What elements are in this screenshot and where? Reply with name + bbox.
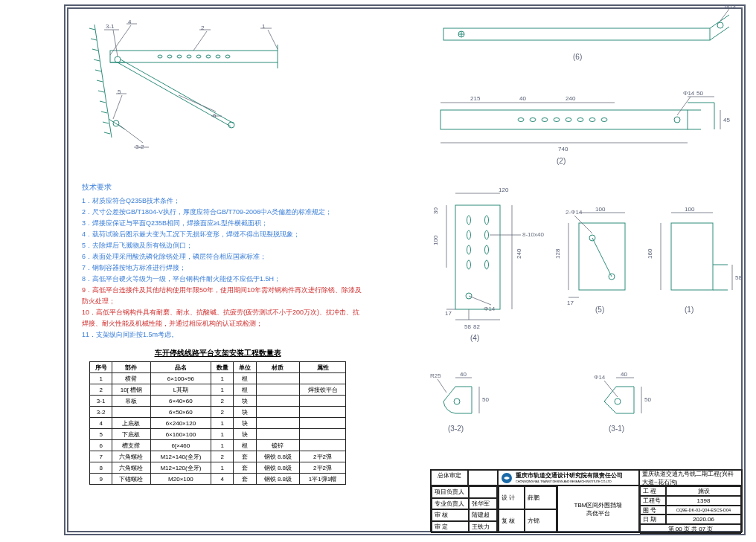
bom-cell <box>256 396 299 407</box>
dwgno-value: CQ9E-DK-02-Q04-ESCS-D04 <box>666 506 741 515</box>
bom-header-cell: 品名 <box>150 362 211 373</box>
bom-cell: 2 <box>211 407 234 418</box>
bom-cell: 套 <box>234 451 256 462</box>
pm-role: 项目负责人 <box>432 486 469 498</box>
drawing-title-1: TBM区间外围挡墙 <box>574 501 623 509</box>
bom-cell: 块 <box>234 418 256 429</box>
bom-cell: 1 <box>211 462 234 474</box>
bom-cell: 下锚螺栓 <box>112 474 150 485</box>
phase-value: 施设 <box>666 486 741 496</box>
note-item: 6．表面处理采用酸洗磷化除锈处理，磷层符合相应国家标准； <box>82 251 365 262</box>
table-row: 4上底板6×240×1201块 <box>90 418 346 429</box>
design-name: 薛鹏 <box>525 486 557 509</box>
bom-cell: 1平1弹1帽 <box>300 474 346 485</box>
table-row: 6槽支撑6[×4601根镀锌 <box>90 440 346 451</box>
bom-cell: 9 <box>90 474 112 485</box>
bom-cell: 槽支撑 <box>112 440 150 451</box>
bom-cell: 3-1 <box>90 396 112 407</box>
project-name: 重庆轨道交通九号线二期工程(兴科大道~花石沟) <box>639 470 742 485</box>
bom-cell: 块 <box>234 407 256 418</box>
phase-label: 工 程 <box>640 486 666 496</box>
bom-cell <box>300 407 346 418</box>
bom-cell: M20×100 <box>150 474 211 485</box>
note-item: 1．材质应符合Q235B技术条件； <box>82 196 365 207</box>
check-name: 方锦 <box>525 509 557 532</box>
pm-name <box>469 486 497 498</box>
table-row: 210[ 槽钢L其期1根焊接铁平台 <box>90 384 346 396</box>
bom-cell: L其期 <box>150 384 211 396</box>
bom-cell: 根 <box>234 384 256 396</box>
bom-cell: 1 <box>211 429 234 440</box>
company-logo-icon <box>501 472 513 484</box>
bom-cell: 6×40×60 <box>150 396 211 407</box>
approver-role-cell: 总体审定 <box>431 470 468 485</box>
bom-cell: 根 <box>234 373 256 384</box>
note-item: 5．去除焊后飞溅物及所有锐边倒口； <box>82 240 365 251</box>
bom-cell <box>112 407 150 418</box>
table-row: 3-26×50×602块 <box>90 407 346 418</box>
bom-cell: 根 <box>234 440 256 451</box>
spec-role: 专业负责人 <box>432 498 469 510</box>
check-role: 复 核 <box>499 509 525 532</box>
approve-name: 王铁力 <box>469 521 497 533</box>
bom-cell <box>256 373 299 384</box>
bom-cell: 3-2 <box>90 407 112 418</box>
table-row: 9下锚螺栓M20×1004套钢铁 8.8级1平1弹1帽 <box>90 474 346 485</box>
company-name-en: CHONGQING RAIL TRANSIT DESIGN AND RESEAR… <box>516 480 623 483</box>
bom-cell <box>300 440 346 451</box>
company-name: 重庆市轨道交通设计研究院有限责任公司 <box>516 472 623 480</box>
review-role: 审 核 <box>432 509 469 521</box>
bom-header-cell: 属性 <box>300 362 346 373</box>
bom-cell: 5 <box>90 429 112 440</box>
bom-cell: 吊板 <box>112 396 150 407</box>
date-label: 日 期 <box>640 514 666 524</box>
bom-cell: 6×160×100 <box>150 429 211 440</box>
bom-cell: 7 <box>90 451 112 462</box>
bom-cell: 块 <box>234 396 256 407</box>
bom-cell: 钢铁 8.8级 <box>256 451 299 462</box>
table-row: 5下底板6×160×1001块 <box>90 429 346 440</box>
table-row: 1横臂6×100×961根 <box>90 373 346 384</box>
bom-cell: 焊接铁平台 <box>300 384 346 396</box>
note-item: 8．高低平台硬火等级为一级，平台钢构件耐火能使不应低于1.5H； <box>82 274 365 285</box>
table-row: 7六角螺栓M12×140(全牙)2套钢铁 8.8级2平2弹 <box>90 451 346 462</box>
bom-cell: 8 <box>90 462 112 474</box>
review-name: 陆建超 <box>469 509 497 521</box>
bom-cell: 块 <box>234 429 256 440</box>
projno-label: 工程号 <box>640 496 666 506</box>
bom-table: 序号部件品名数量单位材质属性 1横臂6×100×961根210[ 槽钢L其期1根… <box>89 361 346 485</box>
bom-cell: 1 <box>211 384 234 396</box>
bom-cell: 6 <box>90 440 112 451</box>
bom-table-container: 车开停线线路平台支架安装工程数量表 序号部件品名数量单位材质属性 1横臂6×10… <box>89 348 346 485</box>
dwgno-label: 图 号 <box>640 506 666 515</box>
note-item: 10．高低平台钢构件具有耐磨、耐水、抗酸碱、抗疲劳(疲劳测试不小于200万次)、… <box>82 307 365 329</box>
table-row: 8六角螺栓M12×120(全牙)1套钢铁 8.8级2平2弹 <box>90 462 346 474</box>
projno-value: 1398 <box>666 496 741 506</box>
bom-cell: M12×120(全牙) <box>150 462 211 474</box>
bom-cell: 钢铁 8.8级 <box>256 462 299 474</box>
bom-cell: 2平2弹 <box>300 462 346 474</box>
design-role: 设 计 <box>499 486 525 509</box>
bom-header-cell: 数量 <box>211 362 234 373</box>
page-value: 第 00 页 共 07 页 <box>640 524 741 534</box>
bom-header-cell: 单位 <box>234 362 256 373</box>
bom-cell: 4 <box>211 474 234 485</box>
bom-cell: 钢铁 8.8级 <box>256 474 299 485</box>
note-item: 3．焊接应保证与平面Q235B相同，焊接面应≥L型件横截面积； <box>82 218 365 229</box>
bom-cell: 六角螺栓 <box>112 451 150 462</box>
bom-cell <box>300 429 346 440</box>
drawing-title-2: 高低平台 <box>586 509 610 517</box>
bom-cell: 套 <box>234 474 256 485</box>
bom-cell: 2平2弹 <box>300 451 346 462</box>
table-row: 3-1吊板6×40×602块 <box>90 396 346 407</box>
bom-cell: 10[ 槽钢 <box>112 384 150 396</box>
bom-header-cell: 序号 <box>90 362 112 373</box>
bom-cell: 2 <box>211 396 234 407</box>
bom-cell: 六角螺栓 <box>112 462 150 474</box>
bom-cell: 4 <box>90 418 112 429</box>
bom-cell <box>256 429 299 440</box>
bom-cell: 镀锌 <box>256 440 299 451</box>
approve-role: 审 定 <box>432 521 469 533</box>
bom-cell: 6×100×96 <box>150 373 211 384</box>
bom-cell: 套 <box>234 462 256 474</box>
